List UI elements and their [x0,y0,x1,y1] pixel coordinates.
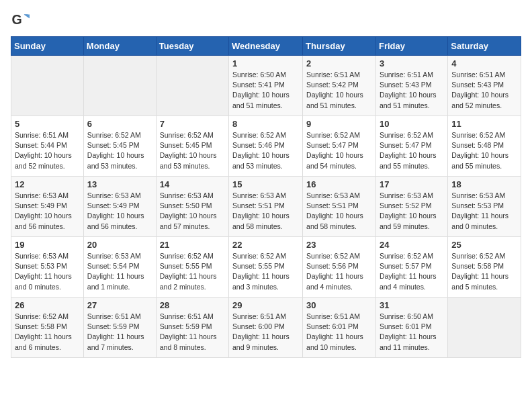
day-number: 31 [380,300,444,310]
day-number: 1 [232,58,299,68]
day-info: Sunrise: 6:52 AMSunset: 5:45 PMDaylight:… [87,130,152,171]
svg-text:G: G [11,12,21,27]
day-info: Sunrise: 6:53 AMSunset: 5:53 PMDaylight:… [451,191,517,232]
calendar-cell: 5Sunrise: 6:51 AMSunset: 5:44 PMDaylight… [11,116,84,177]
calendar-cell: 13Sunrise: 6:53 AMSunset: 5:49 PMDayligh… [83,177,156,237]
day-number: 3 [380,58,444,68]
calendar-cell: 30Sunrise: 6:51 AMSunset: 6:01 PMDayligh… [303,298,376,358]
calendar-cell: 28Sunrise: 6:51 AMSunset: 5:59 PMDayligh… [156,298,228,358]
day-info: Sunrise: 6:52 AMSunset: 5:56 PMDaylight:… [306,251,372,292]
day-info: Sunrise: 6:53 AMSunset: 5:51 PMDaylight:… [306,191,372,232]
day-info: Sunrise: 6:51 AMSunset: 5:43 PMDaylight:… [451,70,517,111]
calendar-week-row: 5Sunrise: 6:51 AMSunset: 5:44 PMDaylight… [11,116,521,177]
day-number: 18 [451,179,517,189]
day-number: 26 [15,300,80,310]
calendar-cell: 20Sunrise: 6:53 AMSunset: 5:54 PMDayligh… [83,237,156,298]
calendar-cell: 25Sunrise: 6:52 AMSunset: 5:58 PMDayligh… [448,237,521,298]
day-number: 7 [160,119,225,129]
calendar-cell: 21Sunrise: 6:52 AMSunset: 5:55 PMDayligh… [156,237,228,298]
day-info: Sunrise: 6:52 AMSunset: 5:55 PMDaylight:… [232,251,299,292]
day-number: 12 [15,179,80,189]
day-number: 15 [232,179,299,189]
calendar-cell: 17Sunrise: 6:53 AMSunset: 5:52 PMDayligh… [375,177,447,237]
calendar-cell [156,56,228,116]
day-number: 4 [451,58,517,68]
calendar-cell: 22Sunrise: 6:52 AMSunset: 5:55 PMDayligh… [229,237,303,298]
svg-marker-2 [24,15,30,19]
weekday-header: Saturday [448,37,521,56]
calendar-cell [448,298,521,358]
day-info: Sunrise: 6:52 AMSunset: 5:47 PMDaylight:… [380,130,444,171]
day-number: 24 [380,240,444,250]
day-info: Sunrise: 6:53 AMSunset: 5:51 PMDaylight:… [232,191,299,232]
logo: G [11,11,31,30]
calendar-cell: 11Sunrise: 6:52 AMSunset: 5:48 PMDayligh… [448,116,521,177]
day-info: Sunrise: 6:51 AMSunset: 5:59 PMDaylight:… [87,312,152,353]
day-number: 21 [160,240,225,250]
calendar-cell: 2Sunrise: 6:51 AMSunset: 5:42 PMDaylight… [303,56,376,116]
day-info: Sunrise: 6:52 AMSunset: 5:48 PMDaylight:… [451,130,517,171]
calendar-cell: 8Sunrise: 6:52 AMSunset: 5:46 PMDaylight… [229,116,303,177]
calendar-cell: 3Sunrise: 6:51 AMSunset: 5:43 PMDaylight… [375,56,447,116]
day-info: Sunrise: 6:51 AMSunset: 6:00 PMDaylight:… [232,312,299,353]
calendar-cell: 31Sunrise: 6:50 AMSunset: 6:01 PMDayligh… [375,298,447,358]
calendar-cell: 10Sunrise: 6:52 AMSunset: 5:47 PMDayligh… [375,116,447,177]
day-info: Sunrise: 6:51 AMSunset: 6:01 PMDaylight:… [306,312,372,353]
calendar-cell: 19Sunrise: 6:53 AMSunset: 5:53 PMDayligh… [11,237,84,298]
calendar-cell: 26Sunrise: 6:52 AMSunset: 5:58 PMDayligh… [11,298,84,358]
calendar-cell: 6Sunrise: 6:52 AMSunset: 5:45 PMDaylight… [83,116,156,177]
weekday-header: Wednesday [229,37,303,56]
day-info: Sunrise: 6:51 AMSunset: 5:43 PMDaylight:… [380,70,444,111]
calendar-cell: 24Sunrise: 6:52 AMSunset: 5:57 PMDayligh… [375,237,447,298]
day-number: 17 [380,179,444,189]
day-info: Sunrise: 6:52 AMSunset: 5:55 PMDaylight:… [160,251,225,292]
day-number: 5 [15,119,80,129]
calendar-cell: 27Sunrise: 6:51 AMSunset: 5:59 PMDayligh… [83,298,156,358]
logo-icon: G [11,11,30,30]
weekday-header: Monday [83,37,156,56]
day-number: 20 [87,240,152,250]
day-number: 2 [306,58,372,68]
calendar-cell: 14Sunrise: 6:53 AMSunset: 5:50 PMDayligh… [156,177,228,237]
day-info: Sunrise: 6:51 AMSunset: 5:59 PMDaylight:… [160,312,225,353]
calendar-cell: 15Sunrise: 6:53 AMSunset: 5:51 PMDayligh… [229,177,303,237]
day-info: Sunrise: 6:53 AMSunset: 5:50 PMDaylight:… [160,191,225,232]
day-info: Sunrise: 6:52 AMSunset: 5:57 PMDaylight:… [380,251,444,292]
calendar-week-row: 12Sunrise: 6:53 AMSunset: 5:49 PMDayligh… [11,177,521,237]
weekday-header: Sunday [11,37,84,56]
weekday-header: Thursday [303,37,376,56]
day-number: 11 [451,119,517,129]
calendar-cell: 23Sunrise: 6:52 AMSunset: 5:56 PMDayligh… [303,237,376,298]
day-number: 10 [380,119,444,129]
day-number: 29 [232,300,299,310]
day-info: Sunrise: 6:52 AMSunset: 5:45 PMDaylight:… [160,130,225,171]
day-info: Sunrise: 6:53 AMSunset: 5:54 PMDaylight:… [87,251,152,292]
calendar-cell [11,56,84,116]
calendar-table: SundayMondayTuesdayWednesdayThursdayFrid… [11,36,521,358]
day-info: Sunrise: 6:52 AMSunset: 5:46 PMDaylight:… [232,130,299,171]
day-number: 28 [160,300,225,310]
header: G [11,11,521,30]
calendar-cell: 12Sunrise: 6:53 AMSunset: 5:49 PMDayligh… [11,177,84,237]
day-info: Sunrise: 6:51 AMSunset: 5:44 PMDaylight:… [15,130,80,171]
header-row: SundayMondayTuesdayWednesdayThursdayFrid… [11,37,521,56]
day-info: Sunrise: 6:52 AMSunset: 5:58 PMDaylight:… [451,251,517,292]
day-number: 9 [306,119,372,129]
calendar-cell: 4Sunrise: 6:51 AMSunset: 5:43 PMDaylight… [448,56,521,116]
day-number: 22 [232,240,299,250]
day-info: Sunrise: 6:53 AMSunset: 5:49 PMDaylight:… [15,191,80,232]
day-number: 16 [306,179,372,189]
calendar-week-row: 26Sunrise: 6:52 AMSunset: 5:58 PMDayligh… [11,298,521,358]
calendar-cell: 7Sunrise: 6:52 AMSunset: 5:45 PMDaylight… [156,116,228,177]
weekday-header: Friday [375,37,447,56]
day-number: 25 [451,240,517,250]
day-number: 30 [306,300,372,310]
day-info: Sunrise: 6:51 AMSunset: 5:42 PMDaylight:… [306,70,372,111]
day-info: Sunrise: 6:53 AMSunset: 5:53 PMDaylight:… [15,251,80,292]
weekday-header: Tuesday [156,37,228,56]
calendar-week-row: 19Sunrise: 6:53 AMSunset: 5:53 PMDayligh… [11,237,521,298]
day-number: 14 [160,179,225,189]
day-info: Sunrise: 6:52 AMSunset: 5:58 PMDaylight:… [15,312,80,353]
calendar-cell [83,56,156,116]
calendar-cell: 16Sunrise: 6:53 AMSunset: 5:51 PMDayligh… [303,177,376,237]
